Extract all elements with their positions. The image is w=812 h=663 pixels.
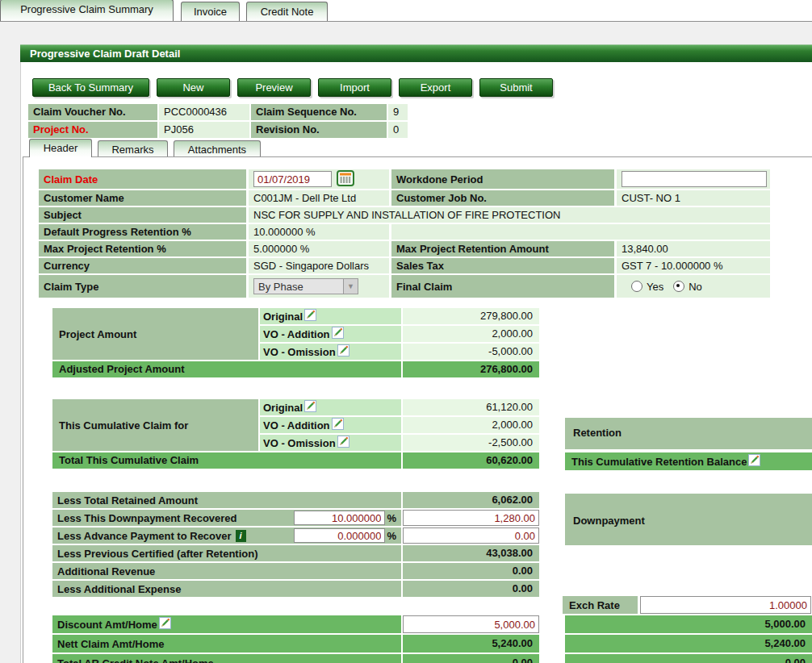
- tab-attachments[interactable]: Attachments: [174, 140, 261, 157]
- project-amount-label: Project Amount: [52, 308, 258, 360]
- edit-icon[interactable]: [304, 309, 316, 323]
- less-previous-certified-label: Less Previous Certified (after Retention…: [52, 545, 401, 561]
- tab-remarks[interactable]: Remarks: [98, 140, 168, 157]
- max-project-retention-row: Max Project Retention % 5.000000 % Max P…: [39, 241, 770, 256]
- cumulative-vo-addition-label: VO - Addition: [260, 417, 401, 433]
- less-downpayment-recovered-label-cell: Less This Downpayment Recovered %: [52, 510, 401, 526]
- final-claim-no-radio[interactable]: [673, 281, 684, 292]
- subject-value: NSC FOR SUPPLY AND INSTALLATION OF FIRE …: [249, 207, 770, 223]
- export-button[interactable]: Export: [399, 78, 472, 97]
- currency-label: Currency: [39, 258, 246, 273]
- workdone-period-input[interactable]: [622, 171, 767, 187]
- back-to-summary-button[interactable]: Back To Summary: [32, 78, 149, 97]
- currency-value: SGD - Singapore Dollars: [249, 258, 389, 273]
- edit-icon[interactable]: [337, 436, 349, 450]
- discount-row: Discount Amt/Home: [52, 615, 539, 633]
- project-no-label: Project No.: [28, 122, 157, 138]
- toolbar: Back To Summary New Preview Import Expor…: [32, 78, 553, 97]
- claim-type-cell: By Phase ▼: [249, 275, 389, 298]
- less-total-retained-label: Less Total Retained Amount: [52, 492, 401, 508]
- customer-job-no-value: CUST- NO 1: [617, 190, 770, 206]
- claim-date-row: Claim Date Workdone Period: [39, 169, 770, 189]
- additional-revenue-row: Additional Revenue 0.00: [52, 563, 539, 579]
- claim-date-label: Claim Date: [39, 169, 246, 189]
- credit-note-home-value: 0.00: [565, 654, 812, 663]
- default-progress-retention-value: 10.000000 %: [249, 224, 389, 240]
- tab-progressive-claim-summary[interactable]: Progressive Claim Summary: [0, 0, 174, 21]
- adjusted-project-amount-label: Adjusted Project Amount: [52, 361, 401, 377]
- downpayment-percent-input[interactable]: [294, 511, 385, 525]
- project-no-value: PJ056: [159, 122, 249, 138]
- label-text: VO - Addition: [263, 328, 330, 340]
- revision-no-label: Revision No.: [251, 122, 387, 138]
- claim-voucher-no-label: Claim Voucher No.: [28, 104, 157, 120]
- discount-label: Discount Amt/Home: [57, 619, 157, 631]
- adjusted-project-amount-value: 276,800.00: [403, 361, 539, 377]
- customer-name-value: C001JM - Dell Pte Ltd: [249, 190, 389, 206]
- default-progress-retention-label: Default Progress Retention %: [39, 224, 246, 240]
- max-project-retention-label: Max Project Retention %: [39, 241, 246, 256]
- project-vo-omission-label: VO - Omission: [260, 344, 401, 360]
- edit-icon[interactable]: [337, 344, 349, 359]
- edit-icon[interactable]: [332, 418, 344, 432]
- final-claim-label: Final Claim: [391, 275, 614, 298]
- edit-icon[interactable]: [304, 400, 316, 415]
- chevron-down-icon: ▼: [343, 279, 358, 294]
- edit-icon[interactable]: [159, 617, 171, 632]
- percent-suffix: %: [387, 512, 396, 524]
- info-icon[interactable]: i: [236, 530, 246, 542]
- voucher-info: Claim Voucher No. PCC0000436 Claim Seque…: [28, 104, 408, 140]
- claim-type-select[interactable]: By Phase ▼: [253, 278, 358, 294]
- customer-job-no-label: Customer Job No.: [391, 190, 614, 206]
- label-text: Original: [263, 311, 303, 323]
- submit-button[interactable]: Submit: [479, 78, 553, 97]
- less-advance-payment-row: Less Advance Payment to Recover i %: [52, 527, 539, 544]
- credit-note-row: Total AR Credit Note Amt/Home 0.00: [52, 654, 539, 663]
- edit-icon[interactable]: [332, 327, 344, 341]
- cumulative-claim-label: This Cumulative Claim for: [52, 399, 258, 451]
- revision-no-value: 0: [388, 122, 408, 138]
- sales-tax-label: Sales Tax: [391, 258, 614, 273]
- project-original-value: 279,800.00: [403, 308, 539, 324]
- voucher-row-2: Project No. PJ056 Revision No. 0: [28, 122, 408, 138]
- module-tabstrip: Progressive Claim Summary Invoice Credit…: [0, 0, 812, 22]
- claim-date-input[interactable]: [253, 171, 332, 187]
- new-button[interactable]: New: [157, 78, 230, 97]
- total-cumulative-claim-value: 60,620.00: [403, 452, 539, 469]
- additional-revenue-label: Additional Revenue: [52, 563, 401, 579]
- currency-row: Currency SGD - Singapore Dollars Sales T…: [39, 258, 770, 273]
- less-downpayment-recovered-row: Less This Downpayment Recovered %: [52, 510, 539, 526]
- nett-claim-value: 5,240.00: [403, 635, 539, 653]
- tab-invoice[interactable]: Invoice: [181, 2, 240, 21]
- advance-payment-percent-input[interactable]: [294, 528, 385, 543]
- final-claim-yes-radio[interactable]: [631, 281, 642, 292]
- downpayment-panel-label: Downpayment: [565, 494, 812, 545]
- less-advance-payment-label: Less Advance Payment to Recover: [57, 530, 232, 542]
- discount-label-cell: Discount Amt/Home: [52, 615, 401, 633]
- advance-payment-amount-input[interactable]: [403, 527, 539, 544]
- claim-voucher-no-value: PCC0000436: [159, 104, 249, 120]
- nett-claim-label: Nett Claim Amt/Home: [52, 635, 401, 653]
- cumulative-vo-omission-value: -2,500.00: [403, 435, 539, 451]
- exch-rate-input[interactable]: [640, 596, 811, 614]
- edit-icon[interactable]: [748, 454, 760, 469]
- downpayment-amount-input[interactable]: [403, 510, 539, 526]
- default-progress-retention-row: Default Progress Retention % 10.000000 %: [39, 224, 770, 240]
- less-additional-expense-label: Less Additional Expense: [52, 581, 401, 597]
- calendar-icon[interactable]: [337, 170, 354, 189]
- claim-type-label: Claim Type: [39, 275, 246, 298]
- total-cumulative-claim-label: Total This Cumulative Claim: [52, 452, 401, 469]
- claim-sequence-no-value: 9: [388, 104, 408, 120]
- final-claim-no-label: No: [689, 281, 702, 293]
- project-vo-addition-value: 2,000.00: [403, 326, 539, 342]
- claim-type-row: Claim Type By Phase ▼ Final Claim Yes No: [39, 275, 770, 298]
- preview-button[interactable]: Preview: [237, 78, 311, 97]
- cumulative-original-label: Original: [260, 399, 401, 415]
- label-text: VO - Omission: [263, 346, 336, 358]
- max-project-retention-value: 5.000000 %: [249, 241, 389, 256]
- discount-amount-input[interactable]: [403, 615, 539, 633]
- tab-header[interactable]: Header: [29, 139, 92, 157]
- import-button[interactable]: Import: [318, 78, 391, 97]
- credit-note-label: Total AR Credit Note Amt/Home: [52, 654, 401, 663]
- tab-credit-note[interactable]: Credit Note: [246, 2, 328, 21]
